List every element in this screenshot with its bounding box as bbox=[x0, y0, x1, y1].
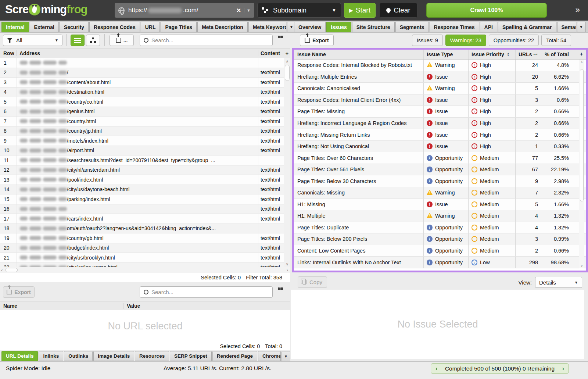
scroll-right-icon[interactable]: › bbox=[287, 267, 288, 273]
badge-total[interactable]: Total: 54 bbox=[541, 35, 571, 46]
column-header-pct-of-total[interactable]: % of Total bbox=[542, 50, 573, 59]
column-header-issue-priority[interactable]: Issue Priority ▲• bbox=[468, 50, 515, 59]
start-button[interactable]: ▶ Start bbox=[344, 3, 376, 18]
column-header-issue-type[interactable]: Issue Type bbox=[423, 50, 468, 59]
column-header-row[interactable]: Row bbox=[0, 50, 16, 56]
column-header-address[interactable]: Address bbox=[16, 50, 258, 56]
address-table-row[interactable]: 21 /city/us/brooklyn.html text/html bbox=[0, 253, 284, 263]
issue-row[interactable]: Page Titles: Missing Issue High 2 0.66% bbox=[294, 106, 586, 118]
tab-overflow-button[interactable]: ▼ bbox=[577, 22, 586, 32]
issue-row[interactable]: Canonicals: Canonicalised Warning High 5… bbox=[294, 83, 586, 94]
issue-row[interactable]: Page Titles: Duplicate Opportunity Mediu… bbox=[294, 222, 586, 234]
add-column-button[interactable]: + bbox=[578, 51, 584, 57]
tab-internal[interactable]: Internal bbox=[1, 22, 29, 32]
view-dropdown[interactable]: Details ▼ bbox=[535, 277, 582, 288]
scrollbar-thumb[interactable] bbox=[5, 268, 18, 272]
address-table-row[interactable]: 13 /pool/index.html text/html bbox=[0, 175, 284, 185]
address-table-row[interactable]: 7 /country.html text/html bbox=[0, 117, 284, 126]
issue-row[interactable]: Page Titles: Over 60 Characters Opportun… bbox=[294, 152, 586, 164]
issue-row[interactable]: Content: Low Content Pages Opportunity M… bbox=[294, 245, 586, 257]
url-input[interactable]: https:// .com/ ✕ ▼ bbox=[115, 3, 254, 18]
vertical-scrollbar[interactable]: ∧ ∨ bbox=[284, 58, 290, 267]
horizontal-scrollbar[interactable]: ‹ › bbox=[0, 267, 290, 273]
url-history-dropdown-icon[interactable]: ▼ bbox=[244, 8, 251, 12]
clear-button[interactable]: Clear bbox=[379, 3, 417, 18]
address-table-row[interactable]: 10 /airport.html text/html bbox=[0, 146, 284, 156]
filter-sliders-icon[interactable] bbox=[276, 288, 284, 296]
copy-button[interactable]: Copy bbox=[298, 276, 327, 288]
chevron-right-icon[interactable]: › bbox=[562, 365, 564, 372]
tab-url[interactable]: URL bbox=[141, 22, 160, 32]
scrollbar-thumb[interactable] bbox=[580, 69, 584, 201]
address-table-row[interactable]: 9 /motels/index.html text/html bbox=[0, 136, 284, 146]
address-table-row[interactable]: 12 /city/nl/amsterdam.html text/html bbox=[0, 165, 284, 175]
expand-chevrons-icon[interactable]: » bbox=[576, 5, 580, 15]
badge-opportunities[interactable]: Opportunities: 22 bbox=[489, 35, 539, 46]
tab-meta-keywords[interactable]: Meta Keywords bbox=[248, 22, 286, 32]
issue-row[interactable]: Canonicals: Missing Warning Medium 7 2.3… bbox=[294, 187, 586, 199]
address-table-row[interactable]: 16 text/html bbox=[0, 204, 284, 214]
issue-row[interactable]: Links: Internal Outlinks With No Anchor … bbox=[294, 257, 586, 268]
tab-rendered-page[interactable]: Rendered Page bbox=[212, 351, 257, 361]
tab-site-structure[interactable]: Site Structure bbox=[352, 22, 395, 32]
scroll-down-icon[interactable]: ∨ bbox=[579, 264, 584, 268]
chevron-left-icon[interactable]: ‹ bbox=[435, 365, 437, 372]
address-table-row[interactable]: 8 /country/jp.html text/html bbox=[0, 126, 284, 136]
issue-row[interactable]: Hreflang: Multiple Entries Issue High 20… bbox=[294, 71, 586, 83]
tab-url-details[interactable]: URL Details bbox=[1, 351, 38, 361]
badge-warnings[interactable]: Warnings: 23 bbox=[445, 35, 486, 46]
badge-issues[interactable]: Issues: 9 bbox=[412, 35, 443, 46]
issue-row[interactable]: Page Titles: Below 30 Characters Opportu… bbox=[294, 175, 586, 187]
scroll-left-icon[interactable]: ‹ bbox=[1, 267, 3, 273]
issues-export-button[interactable]: Export bbox=[300, 35, 334, 46]
details-search-input[interactable] bbox=[151, 289, 269, 295]
address-table-row[interactable]: 14 /city/us/daytona-beach.html text/html bbox=[0, 185, 284, 195]
issue-row[interactable]: Response Codes: Internal Blocked by Robo… bbox=[294, 60, 586, 71]
tab-external[interactable]: External bbox=[30, 22, 59, 32]
address-table-row[interactable]: 4 /destination.html text/html bbox=[0, 87, 284, 97]
clear-url-icon[interactable]: ✕ bbox=[233, 7, 244, 14]
filter-sliders-icon[interactable] bbox=[276, 36, 284, 44]
scroll-up-icon[interactable]: ∧ bbox=[284, 59, 290, 63]
address-table-row[interactable]: 19 /country/gb.html text/html bbox=[0, 233, 284, 243]
tab-response-codes[interactable]: Response Codes bbox=[89, 22, 140, 32]
address-table-row[interactable]: 17 /cars/index.html text/html bbox=[0, 214, 284, 224]
tab-page-titles[interactable]: Page Titles bbox=[161, 22, 197, 32]
address-table-row[interactable]: 20 /budget/index.html text/html bbox=[0, 243, 284, 253]
export-button[interactable]: ... bbox=[110, 35, 134, 46]
tab-image-details[interactable]: Image Details bbox=[93, 351, 134, 361]
export-button-disabled[interactable]: Export bbox=[3, 286, 35, 298]
column-header-value[interactable]: Value bbox=[123, 303, 290, 309]
vertical-scrollbar[interactable]: ∧ ∨ bbox=[579, 60, 584, 268]
tab-meta-description[interactable]: Meta Description bbox=[197, 22, 248, 32]
address-table-row[interactable]: 3 /content/about.html text/html bbox=[0, 78, 284, 87]
address-table-row[interactable]: 6 /genius.html text/html bbox=[0, 107, 284, 117]
column-header-content[interactable]: Content bbox=[258, 50, 284, 56]
issue-row[interactable]: H1: Multiple Warning Medium 4 1.32% bbox=[294, 210, 586, 222]
issue-row[interactable]: Response Codes: Internal Client Error (4… bbox=[294, 94, 586, 106]
tab-inlinks[interactable]: Inlinks bbox=[39, 351, 63, 361]
address-table-row[interactable]: 18 om/auth/oauth2?lang=en-us&aid=304142&… bbox=[0, 224, 284, 234]
scrollbar-thumb[interactable] bbox=[285, 65, 290, 81]
tab-serp-snippet[interactable]: SERP Snippet bbox=[170, 351, 212, 361]
tab-overview[interactable]: Overview bbox=[294, 22, 326, 32]
issue-row[interactable]: Hreflang: Not Using Canonical Issue High… bbox=[294, 141, 586, 153]
address-table-row[interactable]: 22 /city/us/las-vegas.html text/html bbox=[0, 263, 284, 268]
tab-overflow-button[interactable]: ▼ bbox=[282, 351, 290, 362]
tab-chrome[interactable]: Chrome bbox=[258, 351, 281, 361]
filter-dropdown[interactable]: All ▼ bbox=[3, 35, 62, 46]
add-column-button[interactable]: + bbox=[284, 50, 290, 57]
issue-row[interactable]: Page Titles: Below 200 Pixels Opportunit… bbox=[294, 233, 586, 245]
address-table-row[interactable]: 1 bbox=[0, 58, 284, 68]
tree-view-button[interactable] bbox=[86, 35, 100, 46]
issue-row[interactable]: Page Titles: Over 561 Pixels Opportunity… bbox=[294, 164, 586, 176]
address-table-row[interactable]: 15 /parking/index.html text/html bbox=[0, 194, 284, 204]
list-view-button[interactable] bbox=[71, 35, 85, 46]
tab-issues[interactable]: Issues bbox=[326, 22, 351, 32]
tab-security[interactable]: Security bbox=[60, 22, 89, 32]
column-header-name[interactable]: Name bbox=[0, 303, 123, 309]
tab-segments[interactable]: Segments bbox=[395, 22, 429, 32]
address-table-row[interactable]: 5 /country/co.html text/html bbox=[0, 97, 284, 107]
tab-outlinks[interactable]: Outlinks bbox=[64, 351, 93, 361]
column-header-urls[interactable]: URLs ••▼ bbox=[515, 50, 542, 59]
